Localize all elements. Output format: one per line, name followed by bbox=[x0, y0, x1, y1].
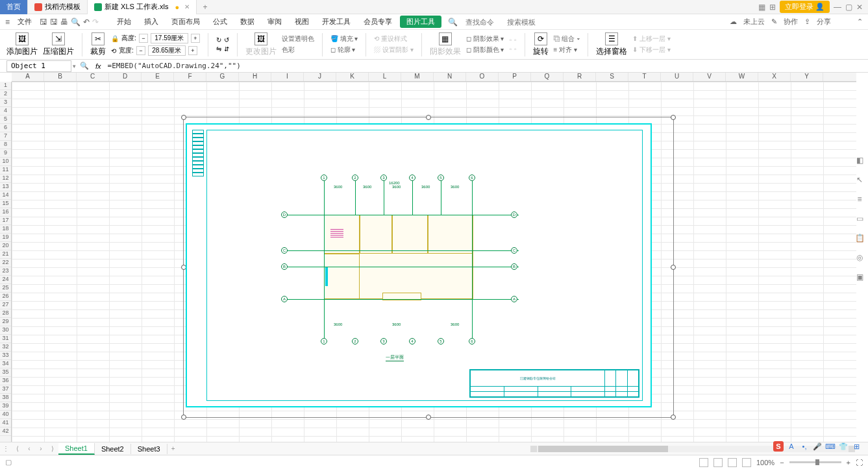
nudge-up-icon[interactable]: ▫ bbox=[509, 36, 512, 43]
row-header[interactable]: 31 bbox=[0, 335, 11, 343]
height-dec[interactable]: − bbox=[139, 34, 148, 43]
crop-button[interactable]: ✂ 裁剪 bbox=[90, 32, 106, 57]
width-inc[interactable]: + bbox=[188, 46, 197, 55]
row-header[interactable]: 22 bbox=[0, 259, 11, 267]
change-image-button[interactable]: 🖼 更改图片 bbox=[245, 32, 277, 57]
col-header[interactable]: I bbox=[271, 73, 304, 81]
view-page-icon[interactable] bbox=[713, 458, 723, 467]
reset-size-icon[interactable]: ⟲ bbox=[111, 47, 116, 54]
template-tab[interactable]: 找稻壳模板 bbox=[28, 0, 88, 14]
shadow-effects-button[interactable]: ▦ 阴影效果 bbox=[430, 32, 461, 57]
col-header[interactable]: C bbox=[77, 73, 109, 81]
reset-style-button[interactable]: ⟲ 重设样式 bbox=[374, 34, 414, 43]
undo-icon[interactable]: ↶ bbox=[83, 18, 90, 27]
coop-icon[interactable]: ✎ bbox=[771, 18, 777, 26]
settings-panel-icon[interactable]: ≡ bbox=[854, 193, 865, 205]
resize-se-handle[interactable] bbox=[671, 415, 676, 420]
sheet-tab-1[interactable]: Sheet1 bbox=[58, 443, 95, 455]
sheet-last-icon[interactable]: ⟩ bbox=[47, 445, 58, 452]
print-icon[interactable]: 🖶 bbox=[60, 18, 68, 27]
row-header[interactable]: 27 bbox=[0, 301, 11, 309]
sheet-prev-icon[interactable]: ‹ bbox=[23, 445, 35, 452]
zoom-formula-icon[interactable]: 🔍 bbox=[80, 62, 89, 70]
row-header[interactable]: 8 bbox=[0, 141, 11, 149]
zoom-slider[interactable] bbox=[789, 461, 841, 463]
apps-icon[interactable]: ⊞ bbox=[769, 3, 776, 12]
template-search-input[interactable] bbox=[502, 17, 541, 27]
transparency-button[interactable]: 设置透明色 bbox=[282, 34, 314, 43]
selection-pane-button[interactable]: ☰ 选择窗格 bbox=[596, 32, 627, 57]
rotate-cw-icon[interactable]: ↻ bbox=[216, 36, 221, 43]
resize-nw-handle[interactable] bbox=[181, 115, 186, 120]
row-header[interactable]: 16 bbox=[0, 208, 11, 217]
resize-n-handle[interactable] bbox=[426, 115, 431, 120]
flip-v-icon[interactable]: ⇵ bbox=[224, 45, 229, 53]
sheet-tab-2[interactable]: Sheet2 bbox=[95, 444, 131, 454]
row-header[interactable]: 24 bbox=[0, 276, 11, 284]
ime-keyboard-icon[interactable]: ⌨ bbox=[825, 441, 836, 452]
row-header[interactable]: 25 bbox=[0, 284, 11, 293]
search-icon[interactable]: 🔍 bbox=[448, 18, 458, 27]
compress-button[interactable]: ⇲ 压缩图片 bbox=[43, 32, 74, 57]
flip-h-icon[interactable]: ⇋ bbox=[216, 45, 221, 53]
row-header[interactable]: 17 bbox=[0, 217, 11, 225]
new-tab-button[interactable]: + bbox=[197, 3, 214, 12]
close-tab-icon[interactable]: ✕ bbox=[184, 3, 190, 10]
row-header[interactable]: 7 bbox=[0, 132, 11, 141]
row-header[interactable]: 14 bbox=[0, 191, 11, 200]
combine-button[interactable]: ⿻ 组合 ▾ bbox=[554, 34, 580, 43]
menu-devtools[interactable]: 开发工具 bbox=[317, 16, 356, 28]
row-header[interactable]: 39 bbox=[0, 402, 11, 411]
file-tab[interactable]: 新建 XLS 工作表.xls ● ✕ bbox=[88, 0, 197, 14]
row-header[interactable]: 42 bbox=[0, 428, 11, 436]
col-header[interactable]: Y bbox=[791, 73, 823, 81]
name-box[interactable] bbox=[6, 60, 71, 72]
add-sheet-button[interactable]: + bbox=[167, 445, 179, 452]
col-header[interactable]: V bbox=[693, 73, 726, 81]
menu-pictools[interactable]: 图片工具 bbox=[400, 16, 441, 28]
menu-formula[interactable]: 公式 bbox=[208, 16, 232, 28]
ime-skin-icon[interactable]: 👕 bbox=[838, 441, 849, 452]
menu-review[interactable]: 审阅 bbox=[262, 16, 287, 28]
col-header[interactable]: H bbox=[239, 73, 271, 81]
clipboard-panel-icon[interactable]: 📋 bbox=[854, 232, 865, 244]
col-header[interactable]: A bbox=[12, 73, 44, 81]
fullscreen-icon[interactable]: ⛶ bbox=[856, 459, 863, 466]
rotate-button[interactable]: ⟳ 旋转 bbox=[533, 32, 549, 57]
height-input[interactable] bbox=[151, 33, 188, 43]
nudge-left-icon[interactable]: ▫ bbox=[509, 45, 512, 53]
resize-s-handle[interactable] bbox=[426, 415, 431, 420]
col-header[interactable]: Q bbox=[531, 73, 564, 81]
row-header[interactable]: 41 bbox=[0, 419, 11, 428]
view-read-icon[interactable] bbox=[742, 458, 751, 467]
hamburger-icon[interactable]: ≡ bbox=[5, 18, 10, 27]
home-tab[interactable]: 首页 bbox=[0, 0, 28, 14]
width-dec[interactable]: − bbox=[136, 46, 145, 55]
menu-file[interactable]: 文件 bbox=[12, 16, 37, 28]
effects-row-button[interactable]: ◻ 阴影效果 ▾ bbox=[466, 34, 504, 43]
sheet-next-icon[interactable]: › bbox=[35, 445, 47, 452]
select-panel-icon[interactable]: ↖ bbox=[854, 174, 865, 186]
col-header[interactable]: N bbox=[434, 73, 466, 81]
save-as-icon[interactable]: 🖫 bbox=[50, 18, 58, 27]
align-button[interactable]: ≡ 对齐 ▾ bbox=[554, 45, 580, 54]
minimize-icon[interactable]: — bbox=[834, 3, 841, 12]
row-header[interactable]: 10 bbox=[0, 158, 11, 166]
ime-voice-icon[interactable]: 🎤 bbox=[812, 441, 823, 452]
row-header[interactable]: 6 bbox=[0, 124, 11, 132]
row-header[interactable]: 13 bbox=[0, 183, 11, 191]
col-header[interactable]: S bbox=[596, 73, 628, 81]
col-header[interactable]: O bbox=[466, 73, 499, 81]
row-header[interactable]: 3 bbox=[0, 99, 11, 107]
ime-punct-icon[interactable]: •, bbox=[799, 441, 810, 452]
ime-logo-icon[interactable]: S bbox=[773, 441, 784, 452]
row-header[interactable]: 34 bbox=[0, 360, 11, 368]
row-header[interactable]: 26 bbox=[0, 293, 11, 301]
row-header[interactable]: 32 bbox=[0, 343, 11, 352]
grid-icon[interactable]: ▦ bbox=[758, 3, 765, 12]
row-header[interactable]: 18 bbox=[0, 225, 11, 234]
menu-start[interactable]: 开始 bbox=[112, 16, 136, 28]
col-header[interactable]: L bbox=[369, 73, 401, 81]
col-header[interactable]: D bbox=[109, 73, 142, 81]
menu-data[interactable]: 数据 bbox=[235, 16, 260, 28]
